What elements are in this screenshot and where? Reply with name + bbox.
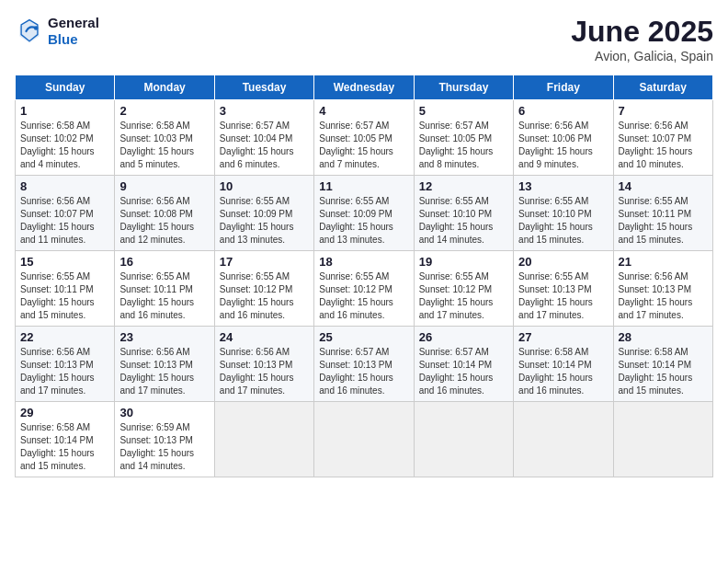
daylight-label: Daylight: 15 hours and 11 minutes. (20, 222, 95, 245)
calendar-week-row: 15 Sunrise: 6:55 AM Sunset: 10:11 PM Day… (16, 251, 713, 327)
day-number: 18 (319, 255, 408, 269)
sunset-label: Sunset: 10:13 PM (119, 360, 193, 370)
day-number: 8 (20, 179, 109, 193)
day-info: Sunrise: 6:56 AM Sunset: 10:13 PM Daylig… (220, 346, 309, 397)
sunset-label: Sunset: 10:05 PM (319, 133, 392, 144)
day-number: 23 (119, 330, 209, 344)
calendar-day-cell: 15 Sunrise: 6:55 AM Sunset: 10:11 PM Day… (16, 251, 115, 327)
calendar-table: SundayMondayTuesdayWednesdayThursdayFrid… (15, 75, 713, 477)
weekday-header: Wednesday (314, 75, 414, 100)
sunset-label: Sunset: 10:05 PM (419, 133, 493, 144)
sunrise-label: Sunrise: 6:57 AM (319, 347, 389, 357)
calendar-day-cell: 19 Sunrise: 6:55 AM Sunset: 10:12 PM Day… (414, 251, 513, 327)
sunset-label: Sunset: 10:13 PM (220, 360, 293, 370)
sunrise-label: Sunrise: 6:56 AM (119, 347, 189, 357)
day-info: Sunrise: 6:55 AM Sunset: 10:10 PM Daylig… (518, 195, 608, 247)
daylight-label: Daylight: 15 hours and 17 minutes. (619, 297, 693, 320)
weekday-header: Thursday (414, 75, 513, 100)
sunset-label: Sunset: 10:11 PM (20, 284, 94, 294)
daylight-label: Daylight: 15 hours and 4 minutes. (20, 146, 95, 169)
sunrise-label: Sunrise: 6:58 AM (20, 121, 90, 131)
logo-line1: General (48, 15, 99, 31)
weekday-header: Sunday (16, 75, 115, 100)
day-number: 20 (518, 255, 608, 269)
daylight-label: Daylight: 15 hours and 15 minutes. (619, 373, 693, 396)
day-info: Sunrise: 6:56 AM Sunset: 10:06 PM Daylig… (518, 120, 608, 171)
weekday-header: Monday (115, 75, 214, 100)
sunrise-label: Sunrise: 6:56 AM (619, 121, 688, 131)
sunrise-label: Sunrise: 6:55 AM (518, 196, 588, 206)
calendar-day-cell: 8 Sunrise: 6:56 AM Sunset: 10:07 PM Dayl… (16, 176, 115, 251)
day-info: Sunrise: 6:55 AM Sunset: 10:10 PM Daylig… (419, 195, 508, 247)
day-number: 24 (220, 330, 309, 344)
daylight-label: Daylight: 15 hours and 16 minutes. (319, 297, 393, 320)
sunset-label: Sunset: 10:13 PM (20, 360, 94, 370)
calendar-day-cell: 14 Sunrise: 6:55 AM Sunset: 10:11 PM Day… (613, 176, 712, 251)
day-number: 21 (619, 255, 708, 269)
day-number: 9 (119, 179, 209, 193)
location-subtitle: Avion, Galicia, Spain (571, 49, 713, 63)
daylight-label: Daylight: 15 hours and 13 minutes. (220, 222, 294, 245)
logo-text-block: General Blue (48, 15, 99, 48)
calendar-header-row: SundayMondayTuesdayWednesdayThursdayFrid… (16, 75, 713, 100)
daylight-label: Daylight: 15 hours and 8 minutes. (419, 146, 494, 169)
calendar-day-cell: 26 Sunrise: 6:57 AM Sunset: 10:14 PM Day… (414, 327, 513, 402)
sunset-label: Sunset: 10:03 PM (119, 133, 193, 144)
calendar-week-row: 22 Sunrise: 6:56 AM Sunset: 10:13 PM Day… (16, 327, 713, 402)
day-info: Sunrise: 6:57 AM Sunset: 10:13 PM Daylig… (319, 346, 408, 397)
sunrise-label: Sunrise: 6:58 AM (518, 347, 588, 357)
day-info: Sunrise: 6:55 AM Sunset: 10:09 PM Daylig… (220, 195, 309, 247)
daylight-label: Daylight: 15 hours and 16 minutes. (518, 373, 593, 396)
day-number: 10 (220, 179, 309, 193)
day-number: 7 (619, 104, 708, 118)
weekday-header: Saturday (613, 75, 712, 100)
daylight-label: Daylight: 15 hours and 5 minutes. (119, 146, 194, 169)
day-number: 28 (619, 330, 708, 344)
calendar-day-cell: 29 Sunrise: 6:58 AM Sunset: 10:14 PM Day… (16, 402, 115, 477)
sunset-label: Sunset: 10:07 PM (20, 209, 94, 219)
sunrise-label: Sunrise: 6:55 AM (419, 196, 489, 206)
logo-line2: Blue (48, 31, 99, 48)
sunrise-label: Sunrise: 6:55 AM (319, 196, 389, 206)
sunrise-label: Sunrise: 6:56 AM (220, 347, 290, 357)
day-number: 6 (518, 104, 608, 118)
sunset-label: Sunset: 10:07 PM (619, 133, 692, 144)
calendar-week-row: 8 Sunrise: 6:56 AM Sunset: 10:07 PM Dayl… (16, 176, 713, 251)
daylight-label: Daylight: 15 hours and 10 minutes. (619, 146, 693, 169)
svg-point-2 (34, 26, 38, 29)
day-number: 22 (20, 330, 109, 344)
sunset-label: Sunset: 10:14 PM (419, 360, 493, 370)
sunrise-label: Sunrise: 6:57 AM (220, 121, 290, 131)
day-number: 3 (220, 104, 309, 118)
sunset-label: Sunset: 10:08 PM (119, 209, 193, 219)
calendar-day-cell: 27 Sunrise: 6:58 AM Sunset: 10:14 PM Day… (514, 327, 613, 402)
day-info: Sunrise: 6:57 AM Sunset: 10:05 PM Daylig… (319, 120, 408, 171)
calendar-week-row: 29 Sunrise: 6:58 AM Sunset: 10:14 PM Day… (16, 402, 713, 477)
daylight-label: Daylight: 15 hours and 16 minutes. (119, 297, 194, 320)
sunset-label: Sunset: 10:13 PM (619, 284, 692, 294)
calendar-day-cell: 1 Sunrise: 6:58 AM Sunset: 10:02 PM Dayl… (16, 100, 115, 176)
sunrise-label: Sunrise: 6:55 AM (619, 196, 688, 206)
day-info: Sunrise: 6:58 AM Sunset: 10:14 PM Daylig… (20, 421, 109, 473)
calendar-day-cell: 23 Sunrise: 6:56 AM Sunset: 10:13 PM Day… (115, 327, 214, 402)
daylight-label: Daylight: 15 hours and 7 minutes. (319, 146, 393, 169)
daylight-label: Daylight: 15 hours and 9 minutes. (518, 146, 593, 169)
calendar-day-cell (314, 402, 414, 477)
calendar-day-cell: 17 Sunrise: 6:55 AM Sunset: 10:12 PM Day… (214, 251, 313, 327)
day-info: Sunrise: 6:55 AM Sunset: 10:11 PM Daylig… (20, 270, 109, 322)
day-number: 13 (518, 179, 608, 193)
day-info: Sunrise: 6:55 AM Sunset: 10:12 PM Daylig… (220, 270, 309, 322)
sunrise-label: Sunrise: 6:57 AM (419, 121, 489, 131)
calendar-day-cell: 7 Sunrise: 6:56 AM Sunset: 10:07 PM Dayl… (613, 100, 712, 176)
calendar-day-cell: 2 Sunrise: 6:58 AM Sunset: 10:03 PM Dayl… (115, 100, 214, 176)
calendar-day-cell (214, 402, 313, 477)
calendar-day-cell: 21 Sunrise: 6:56 AM Sunset: 10:13 PM Day… (613, 251, 712, 327)
day-number: 16 (119, 255, 209, 269)
day-info: Sunrise: 6:57 AM Sunset: 10:05 PM Daylig… (419, 120, 508, 171)
sunrise-label: Sunrise: 6:58 AM (20, 422, 90, 432)
daylight-label: Daylight: 15 hours and 17 minutes. (518, 297, 593, 320)
daylight-label: Daylight: 15 hours and 17 minutes. (419, 297, 494, 320)
day-number: 15 (20, 255, 109, 269)
sunset-label: Sunset: 10:09 PM (220, 209, 293, 219)
calendar-day-cell: 24 Sunrise: 6:56 AM Sunset: 10:13 PM Day… (214, 327, 313, 402)
